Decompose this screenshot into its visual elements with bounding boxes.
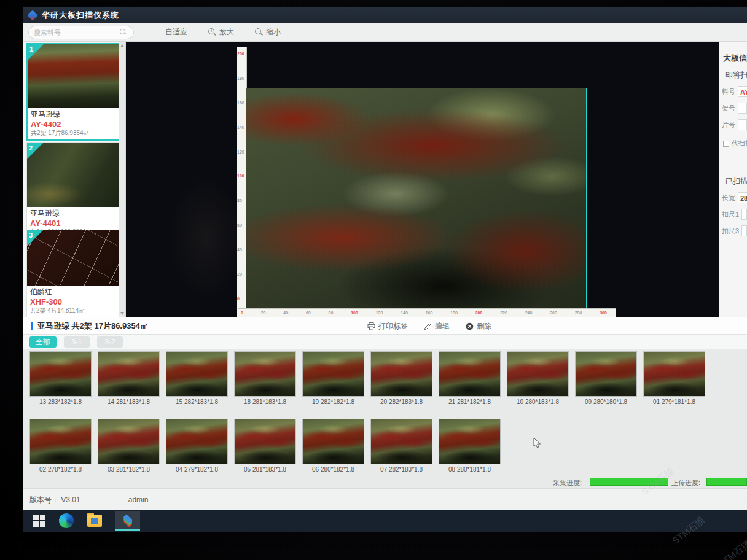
search-input[interactable] bbox=[34, 29, 120, 36]
checkbox-icon[interactable] bbox=[723, 141, 729, 147]
app-title: 华研大板扫描仪系统 bbox=[42, 10, 119, 21]
watermark-text: STM石描 bbox=[716, 538, 747, 560]
search-icon[interactable] bbox=[120, 29, 127, 36]
piece-thumb[interactable]: 15 282*183*1.8 bbox=[166, 351, 228, 405]
piece-thumb[interactable]: 09 280*180*1.8 bbox=[575, 351, 637, 405]
piece-thumb[interactable]: 01 279*181*1.8 bbox=[643, 351, 705, 405]
slab-info-panel: 大板信息 即将扫描大板 料号 AY 架号 片号 代扫描 已扫描大板 长宽 bbox=[719, 42, 747, 317]
piece-image[interactable] bbox=[234, 419, 296, 464]
zoom-in-button[interactable]: + 放大 bbox=[208, 27, 234, 37]
size-input[interactable]: 28 bbox=[738, 192, 747, 203]
reflection-shadow bbox=[169, 177, 243, 300]
fit-button[interactable]: 自适应 bbox=[155, 27, 187, 37]
piece-caption: 20 282*183*1.8 bbox=[370, 399, 432, 405]
tab-rack-1[interactable]: 3-1 bbox=[64, 336, 90, 348]
piece-image[interactable] bbox=[302, 419, 364, 464]
sidebar-scrollbar[interactable] bbox=[119, 42, 125, 317]
piece-thumb[interactable]: 03 281*182*1.8 bbox=[98, 419, 160, 473]
deduct1-input[interactable] bbox=[741, 209, 747, 220]
piece-image[interactable] bbox=[234, 351, 296, 397]
piece-image[interactable] bbox=[439, 351, 501, 397]
zoom-in-icon: + bbox=[208, 28, 216, 36]
piece-image[interactable] bbox=[29, 419, 92, 464]
piece-thumb[interactable]: 04 279*182*1.8 bbox=[166, 419, 228, 473]
piece-image[interactable] bbox=[166, 419, 228, 464]
piece-image[interactable] bbox=[370, 419, 432, 464]
scanner-app-taskbar-icon[interactable] bbox=[115, 511, 140, 531]
index-badge: 1 bbox=[28, 44, 44, 60]
layers-icon bbox=[122, 515, 134, 526]
scroll-down-icon[interactable] bbox=[120, 312, 124, 315]
edge-browser-icon[interactable] bbox=[59, 513, 74, 528]
delete-button[interactable]: 删除 bbox=[466, 321, 491, 332]
fit-icon bbox=[155, 29, 162, 36]
tab-rack-2[interactable]: 3-2 bbox=[97, 336, 123, 348]
piece-caption: 13 283*182*1.8 bbox=[29, 399, 92, 405]
tab-all[interactable]: 全部 bbox=[29, 336, 57, 348]
piece-thumb[interactable]: 13 283*182*1.8 bbox=[29, 351, 92, 405]
edit-button[interactable]: 编辑 bbox=[424, 321, 450, 332]
piece-caption: 05 281*183*1.8 bbox=[234, 466, 296, 473]
material-input[interactable]: AY bbox=[738, 86, 747, 97]
piece-caption: 07 282*183*1.8 bbox=[370, 466, 432, 473]
zoom-out-button[interactable]: − 缩小 bbox=[255, 27, 281, 37]
slab-card-1[interactable]: 1 亚马逊绿 AY-4402 共2架 17片86.9354㎡ bbox=[26, 43, 120, 141]
piece-thumb[interactable]: 14 281*183*1.8 bbox=[98, 351, 160, 405]
piece-image[interactable] bbox=[98, 351, 160, 397]
piece-image[interactable] bbox=[575, 351, 637, 397]
capture-progress-label: 采集进度: bbox=[553, 478, 582, 488]
app-window: 华研大板扫描仪系统 自适应 + 放大 − 缩小 bbox=[23, 7, 747, 511]
toolbar: 自适应 + 放大 − 缩小 bbox=[23, 23, 747, 42]
piece-image[interactable] bbox=[370, 351, 432, 397]
piece-input[interactable] bbox=[738, 119, 747, 130]
piece-caption: 19 282*182*1.8 bbox=[302, 399, 364, 405]
scroll-up-icon[interactable] bbox=[120, 44, 124, 47]
proxy-scan-checkbox[interactable]: 代扫描 bbox=[723, 139, 747, 148]
piece-image[interactable] bbox=[643, 351, 705, 397]
piece-caption: 06 280*182*1.8 bbox=[302, 466, 364, 473]
index-badge: 2 bbox=[27, 143, 43, 159]
deduct3-input[interactable] bbox=[741, 225, 747, 236]
selection-summary: 亚马逊绿 共2架 17片86.9354㎡ bbox=[37, 321, 148, 332]
slab-name: 亚马逊绿 bbox=[28, 108, 119, 120]
size-label: 长宽 bbox=[722, 193, 735, 203]
print-label-button[interactable]: 打印标签 bbox=[367, 321, 408, 332]
piece-thumb[interactable]: 05 281*183*1.8 bbox=[234, 419, 296, 473]
windows-start-icon[interactable] bbox=[33, 515, 45, 527]
search-box[interactable] bbox=[28, 26, 134, 39]
piece-caption: 21 281*182*1.8 bbox=[439, 399, 501, 405]
slab-name: 伯爵红 bbox=[27, 286, 119, 297]
piece-image[interactable] bbox=[166, 351, 228, 397]
rack-label: 架号 bbox=[722, 104, 735, 113]
file-explorer-icon[interactable] bbox=[87, 515, 102, 527]
slab-card-2[interactable]: 2 亚马逊绿 AY-4401 共3架 30片166.2686㎡ bbox=[26, 142, 120, 239]
upload-progress-bar bbox=[706, 478, 747, 486]
piece-thumb[interactable]: 10 280*183*1.8 bbox=[507, 351, 569, 405]
piece-image[interactable] bbox=[439, 419, 501, 464]
piece-image[interactable] bbox=[302, 351, 364, 397]
piece-image[interactable] bbox=[507, 351, 569, 397]
piece-caption: 15 282*183*1.8 bbox=[166, 399, 228, 405]
slab-card-3[interactable]: 3 伯爵红 XHF-300 共2架 4片14.8114㎡ bbox=[26, 230, 120, 317]
mouse-cursor bbox=[533, 437, 542, 449]
piece-image[interactable] bbox=[98, 419, 160, 464]
scanned-slab-image[interactable] bbox=[246, 88, 587, 309]
horizontal-ruler: 0 20 40 60 80 100 120 140 160 180 200 22… bbox=[238, 308, 616, 317]
piece-thumb[interactable]: 07 282*183*1.8 bbox=[370, 419, 432, 473]
piece-image[interactable] bbox=[29, 351, 92, 397]
piece-thumb[interactable]: 19 282*182*1.8 bbox=[302, 351, 364, 405]
scan-canvas[interactable]: 200 180 160 140 120 100 80 60 40 20 0 0 … bbox=[126, 42, 719, 317]
slab-code: XHF-300 bbox=[27, 297, 119, 306]
logged-in-user: admin bbox=[128, 496, 149, 504]
piece-thumb[interactable]: 02 278*182*1.8 bbox=[29, 419, 92, 473]
piece-thumb[interactable]: 06 280*182*1.8 bbox=[302, 419, 364, 473]
index-badge: 3 bbox=[27, 230, 43, 246]
piece-thumb[interactable]: 20 282*183*1.8 bbox=[370, 351, 432, 405]
piece-thumb[interactable]: 21 281*182*1.8 bbox=[439, 351, 501, 405]
piece-thumb[interactable]: 18 281*183*1.8 bbox=[234, 351, 296, 405]
piece-thumb[interactable]: 08 280*181*1.8 bbox=[439, 419, 501, 473]
piece-grid: 13 283*182*1.8 14 281*183*1.8 15 282*183… bbox=[23, 349, 747, 488]
deduct1-label: 扣尺1 bbox=[722, 210, 739, 219]
rack-input[interactable] bbox=[738, 103, 747, 114]
app-logo-icon bbox=[28, 11, 37, 20]
